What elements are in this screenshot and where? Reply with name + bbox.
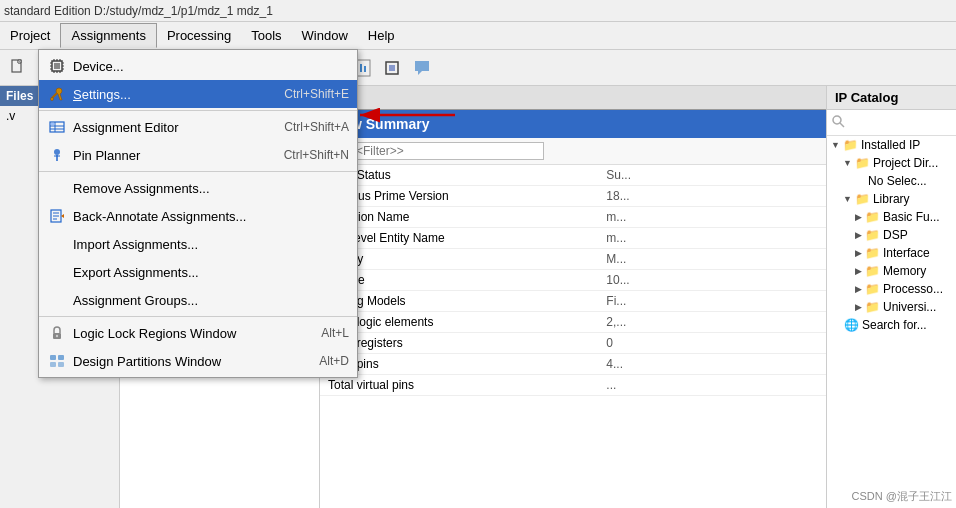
- chip-toolbar-button[interactable]: [378, 54, 406, 82]
- ip-tree-item[interactable]: No Selec...: [827, 172, 956, 190]
- search-icon: [831, 114, 845, 128]
- flow-row-value: m...: [598, 207, 826, 228]
- sep1: [39, 110, 357, 111]
- menu-item-assignment-groups[interactable]: Assignment Groups...: [39, 286, 357, 314]
- logic-lock-shortcut: Alt+L: [321, 326, 349, 340]
- partition-icon: [47, 351, 67, 371]
- menu-help[interactable]: Help: [358, 24, 405, 47]
- title-bar: standard Edition D:/study/mdz_1/p1/mdz_1…: [0, 0, 956, 22]
- title-text: standard Edition D:/study/mdz_1/p1/mdz_1…: [4, 4, 273, 18]
- export-icon: [47, 262, 67, 282]
- flow-row-value: M...: [598, 249, 826, 270]
- ip-catalog-search: [827, 110, 956, 136]
- watermark: CSDN @混子王江江: [852, 489, 952, 504]
- logic-lock-label: Logic Lock Regions Window: [73, 326, 301, 341]
- wrench-icon: [47, 84, 67, 104]
- menu-item-pin-planner[interactable]: Pin Planner Ctrl+Shift+N: [39, 141, 357, 169]
- flow-row-value: 2,...: [598, 312, 826, 333]
- ip-tree-item[interactable]: ▶📁Memory: [827, 262, 956, 280]
- ip-tree-item[interactable]: ▼📁Installed IP: [827, 136, 956, 154]
- ip-tree-item[interactable]: ▶📁Basic Fu...: [827, 208, 956, 226]
- svg-rect-31: [50, 355, 56, 360]
- pin-icon: [47, 145, 67, 165]
- annotate-icon: [47, 206, 67, 226]
- menu-item-back-annotate[interactable]: Back-Annotate Assignments...: [39, 202, 357, 230]
- assignments-dropdown: Device... Settings... Ctrl+Shift+E: [38, 49, 358, 378]
- flow-row-label: Family: [320, 249, 598, 270]
- menu-item-import-assignments[interactable]: Import Assignments...: [39, 230, 357, 258]
- svg-point-21: [54, 149, 60, 155]
- flow-row-label: Total registers: [320, 333, 598, 354]
- ip-tree-label: DSP: [883, 228, 908, 242]
- import-assignments-label: Import Assignments...: [73, 237, 349, 252]
- menu-item-device[interactable]: Device...: [39, 52, 357, 80]
- svg-rect-68: [389, 65, 395, 71]
- flow-table: Flow StatusSu...Quartus Prime Version18.…: [320, 165, 826, 396]
- flow-row-value: 0: [598, 333, 826, 354]
- settings-shortcut: Ctrl+Shift+E: [284, 87, 349, 101]
- ip-tree-item[interactable]: 🌐Search for...: [827, 316, 956, 334]
- menu-project[interactable]: Project: [0, 24, 60, 47]
- empty-icon: [47, 178, 67, 198]
- menu-item-export-assignments[interactable]: Export Assignments...: [39, 258, 357, 286]
- flow-row-value: 10...: [598, 270, 826, 291]
- menu-assignments[interactable]: Assignments: [60, 23, 156, 48]
- ip-catalog-panel: IP Catalog ▼📁Installed IP▼📁Project Dir..…: [826, 86, 956, 508]
- design-partitions-shortcut: Alt+D: [319, 354, 349, 368]
- flow-table-row: FamilyM...: [320, 249, 826, 270]
- menu-item-design-partitions[interactable]: Design Partitions Window Alt+D: [39, 347, 357, 375]
- menu-item-assignment-editor[interactable]: Assignment Editor Ctrl+Shift+A: [39, 113, 357, 141]
- menu-item-remove-assignments[interactable]: Remove Assignments...: [39, 174, 357, 202]
- sep3: [39, 316, 357, 317]
- flow-row-label: Total pins: [320, 354, 598, 375]
- flow-filter-bar: [320, 138, 826, 165]
- flow-table-row: Device10...: [320, 270, 826, 291]
- chat-button[interactable]: [408, 54, 436, 82]
- menu-item-settings[interactable]: Settings... Ctrl+Shift+E: [39, 80, 357, 108]
- svg-point-15: [51, 98, 54, 101]
- flow-row-label: Total logic elements: [320, 312, 598, 333]
- flow-row-value: m...: [598, 228, 826, 249]
- flow-table-row: Total registers0: [320, 333, 826, 354]
- settings-label: Settings...: [73, 87, 264, 102]
- pin-planner-label: Pin Planner: [73, 148, 264, 163]
- ip-tree-item[interactable]: ▶📁Interface: [827, 244, 956, 262]
- flow-row-value: 18...: [598, 186, 826, 207]
- groups-icon: [47, 290, 67, 310]
- ip-tree-label: Interface: [883, 246, 930, 260]
- flow-table-row: Total virtual pins...: [320, 375, 826, 396]
- ip-tree-label: Search for...: [862, 318, 927, 332]
- new-button[interactable]: [4, 54, 32, 82]
- flow-row-label: Device: [320, 270, 598, 291]
- ip-tree-item[interactable]: ▼📁Project Dir...: [827, 154, 956, 172]
- flow-summary-title: Flow Summary: [320, 110, 826, 138]
- menu-tools[interactable]: Tools: [241, 24, 291, 47]
- flow-row-value: Fi...: [598, 291, 826, 312]
- ip-catalog-title: IP Catalog: [827, 86, 956, 110]
- ip-tree: ▼📁Installed IP▼📁Project Dir...No Selec..…: [827, 136, 956, 508]
- flow-row-value: Su...: [598, 165, 826, 186]
- flow-row-label: Flow Status: [320, 165, 598, 186]
- table-icon: [47, 117, 67, 137]
- svg-rect-34: [58, 362, 64, 367]
- import-icon: [47, 234, 67, 254]
- ip-tree-item[interactable]: ▶📁Universi...: [827, 298, 956, 316]
- flow-filter-input[interactable]: [344, 142, 544, 160]
- ip-tree-item[interactable]: ▶📁Processo...: [827, 280, 956, 298]
- svg-line-72: [840, 123, 844, 127]
- svg-point-30: [56, 335, 58, 337]
- flow-row-value: ...: [598, 375, 826, 396]
- assignment-editor-label: Assignment Editor: [73, 120, 264, 135]
- menu-window[interactable]: Window: [292, 24, 358, 47]
- ip-tree-label: Universi...: [883, 300, 936, 314]
- ip-tree-label: Basic Fu...: [883, 210, 940, 224]
- flow-row-value: 4...: [598, 354, 826, 375]
- ip-tree-item[interactable]: ▶📁DSP: [827, 226, 956, 244]
- svg-rect-1: [54, 63, 60, 69]
- menu-processing[interactable]: Processing: [157, 24, 241, 47]
- ip-tree-label: Project Dir...: [873, 156, 938, 170]
- menu-item-logic-lock[interactable]: Logic Lock Regions Window Alt+L: [39, 319, 357, 347]
- assignment-editor-shortcut: Ctrl+Shift+A: [284, 120, 349, 134]
- ip-tree-item[interactable]: ▼📁Library: [827, 190, 956, 208]
- flow-table-row: Total pins4...: [320, 354, 826, 375]
